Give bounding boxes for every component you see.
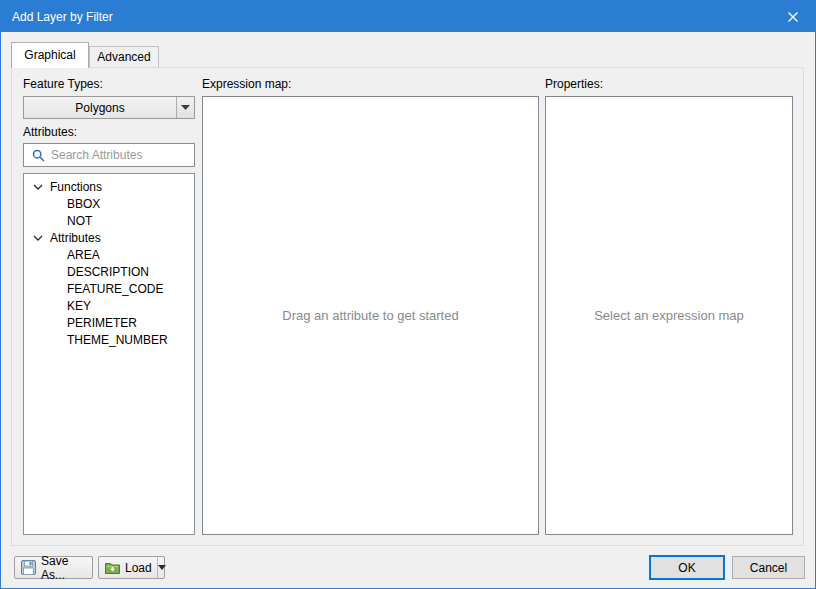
expression-map-placeholder: Drag an attribute to get started <box>282 308 458 323</box>
tree-item-area[interactable]: AREA <box>24 246 194 263</box>
tab-advanced[interactable]: Advanced <box>89 46 159 68</box>
feature-types-dropdown-button[interactable] <box>176 97 194 118</box>
dialog-title: Add Layer by Filter <box>12 10 113 24</box>
properties-label: Properties: <box>545 77 603 91</box>
tree-item-label: AREA <box>67 248 100 262</box>
tree-item-description[interactable]: DESCRIPTION <box>24 263 194 280</box>
tree-item-theme-number[interactable]: THEME_NUMBER <box>24 331 194 348</box>
load-button[interactable]: Load <box>98 556 165 579</box>
attribute-tree[interactable]: Functions BBOX NOT Attributes AREA DESCR… <box>23 173 195 535</box>
tree-group-functions[interactable]: Functions <box>24 178 194 195</box>
tree-item-label: KEY <box>67 299 91 313</box>
load-dropdown-button[interactable] <box>157 557 166 578</box>
save-as-label: Save As... <box>41 554 92 582</box>
load-label: Load <box>125 561 152 575</box>
save-floppy-icon <box>21 560 36 575</box>
tree-item-label: PERIMETER <box>67 316 137 330</box>
tree-item-label: NOT <box>67 214 92 228</box>
load-folder-icon <box>105 561 120 574</box>
expression-map-area[interactable]: Drag an attribute to get started <box>202 96 539 535</box>
tree-item-label: FEATURE_CODE <box>67 282 163 296</box>
tab-advanced-label: Advanced <box>97 50 150 64</box>
tree-item-perimeter[interactable]: PERIMETER <box>24 314 194 331</box>
tree-item-label: DESCRIPTION <box>67 265 149 279</box>
tree-group-attributes[interactable]: Attributes <box>24 229 194 246</box>
tree-item-bbox[interactable]: BBOX <box>24 195 194 212</box>
close-icon <box>787 11 799 23</box>
cancel-button[interactable]: Cancel <box>732 556 805 579</box>
ok-button[interactable]: OK <box>649 555 725 580</box>
chevron-down-icon <box>158 565 166 570</box>
tab-graphical-label: Graphical <box>24 48 75 62</box>
tree-item-label: BBOX <box>67 197 100 211</box>
tree-item-not[interactable]: NOT <box>24 212 194 229</box>
save-as-button[interactable]: Save As... <box>14 556 93 579</box>
feature-types-dropdown[interactable]: Polygons <box>23 96 195 119</box>
search-input[interactable] <box>51 148 194 162</box>
search-icon <box>32 149 45 162</box>
tree-item-feature-code[interactable]: FEATURE_CODE <box>24 280 194 297</box>
tree-item-label: Attributes <box>50 231 101 245</box>
expression-map-label: Expression map: <box>202 77 291 91</box>
chevron-down-icon[interactable] <box>33 235 43 241</box>
add-layer-by-filter-dialog: Add Layer by Filter Graphical Advanced F… <box>0 0 816 589</box>
tree-item-label: Functions <box>50 180 102 194</box>
feature-types-label: Feature Types: <box>23 77 103 91</box>
feature-types-selected-value: Polygons <box>24 101 176 115</box>
dialog-titlebar[interactable]: Add Layer by Filter <box>1 1 815 32</box>
cancel-label: Cancel <box>750 561 787 575</box>
attributes-label: Attributes: <box>23 125 77 139</box>
ok-label: OK <box>678 561 695 575</box>
properties-placeholder: Select an expression map <box>594 308 744 323</box>
attribute-search-box[interactable] <box>23 143 195 167</box>
tree-item-label: THEME_NUMBER <box>67 333 168 347</box>
chevron-down-icon <box>181 105 190 110</box>
tab-graphical[interactable]: Graphical <box>11 42 89 68</box>
chevron-down-icon[interactable] <box>33 184 43 190</box>
close-button[interactable] <box>770 1 815 32</box>
tree-item-key[interactable]: KEY <box>24 297 194 314</box>
properties-area[interactable]: Select an expression map <box>545 96 793 535</box>
